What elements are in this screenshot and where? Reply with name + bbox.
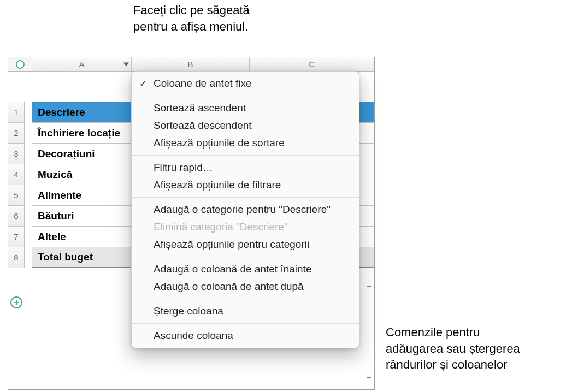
cell-a6: Băuturi: [32, 210, 74, 222]
cell-header-a: Descriere: [32, 106, 85, 118]
table-handle-icon: [16, 60, 25, 69]
callout-leader-line: [371, 341, 383, 341]
menu-delete-column[interactable]: Șterge coloana: [132, 302, 359, 320]
row-header-6[interactable]: 6: [8, 206, 25, 227]
callout-leader-line: [367, 286, 371, 287]
callout-leader-line: [371, 286, 371, 378]
select-all-corner[interactable]: [8, 57, 32, 72]
menu-separator: [132, 299, 359, 299]
column-header-b[interactable]: B: [132, 57, 250, 71]
column-header-c[interactable]: C: [250, 57, 374, 71]
row-header-column: 1 2 3 4 5 6 7 8: [8, 102, 25, 268]
callout-row-column-commands: Comenzile pentru adăugarea sau ștergerea…: [386, 324, 520, 373]
cell-a3: Decorațiuni: [32, 148, 95, 160]
column-label: A: [79, 60, 84, 69]
cell-a4: Muzică: [32, 169, 72, 181]
callout-text-line: pentru a afișa meniul.: [133, 19, 250, 35]
add-row-handle[interactable]: [10, 296, 22, 308]
column-header-a[interactable]: A: [32, 57, 132, 71]
menu-add-category[interactable]: Adaugă o categorie pentru "Descriere": [132, 201, 359, 218]
row-header-2[interactable]: 2: [8, 123, 25, 144]
row-header-8[interactable]: 8: [8, 247, 25, 268]
column-label: C: [309, 60, 315, 69]
menu-show-sort-options[interactable]: Afișează opțiunile de sortare: [132, 134, 359, 152]
callout-text-line: adăugarea sau ștergerea: [386, 341, 520, 357]
menu-add-header-column-before[interactable]: Adaugă o coloană de antet înainte: [132, 260, 359, 278]
row-header-3[interactable]: 3: [8, 144, 25, 164]
menu-sort-descending[interactable]: Sortează descendent: [132, 117, 359, 134]
menu-separator: [132, 96, 359, 96]
menu-quick-filter[interactable]: Filtru rapid…: [132, 159, 359, 176]
menu-freeze-header-columns[interactable]: ✓ Coloane de antet fixe: [132, 75, 359, 92]
menu-separator: [132, 197, 359, 198]
column-header-row: A B C: [32, 57, 374, 72]
row-header-7[interactable]: 7: [8, 227, 25, 247]
callout-text-line: Faceți clic pe săgeată: [133, 2, 250, 19]
menu-add-header-column-after[interactable]: Adaugă o coloană de antet după: [132, 278, 359, 295]
callout-text-line: rândurilor și coloanelor: [386, 357, 520, 373]
cell-footer-a: Total buget: [32, 251, 93, 263]
chevron-down-icon[interactable]: [123, 62, 129, 66]
cell-a7: Altele: [32, 231, 66, 243]
menu-separator: [132, 257, 359, 257]
menu-remove-category: Elimină categoria "Descriere": [132, 218, 359, 236]
column-label: B: [187, 60, 193, 69]
column-context-menu: ✓ Coloane de antet fixe Sortează ascende…: [131, 71, 359, 348]
menu-show-category-options[interactable]: Afișează opțiunile pentru categorii: [132, 236, 359, 253]
callout-click-arrow: Faceți clic pe săgeată pentru a afișa me…: [133, 2, 250, 34]
menu-separator: [132, 323, 359, 324]
row-header-1[interactable]: 1: [8, 102, 25, 123]
menu-hide-column[interactable]: Ascunde coloana: [132, 327, 359, 345]
menu-show-filter-options[interactable]: Afișează opțiunile de filtrare: [132, 176, 359, 194]
callout-text-line: Comenzile pentru: [386, 324, 520, 341]
menu-sort-ascending[interactable]: Sortează ascendent: [132, 99, 359, 117]
cell-a2: Închiriere locație: [32, 127, 120, 139]
callout-leader-line: [367, 377, 371, 378]
cell-a5: Alimente: [32, 189, 81, 201]
row-header-4[interactable]: 4: [8, 164, 25, 185]
row-header-5[interactable]: 5: [8, 185, 25, 206]
check-icon: ✓: [139, 78, 147, 90]
menu-separator: [132, 155, 359, 156]
